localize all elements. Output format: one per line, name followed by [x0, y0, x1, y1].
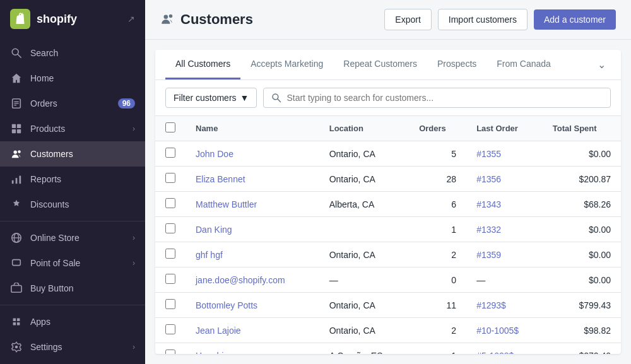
customer-name-link[interactable]: Hm nhjm: [196, 351, 231, 355]
sidebar-item-label-settings: Settings: [30, 342, 125, 352]
order-link[interactable]: #1356: [476, 174, 501, 184]
tab-from-canada[interactable]: From Canada: [487, 50, 561, 79]
customer-last-order: #1343: [466, 192, 543, 217]
tab-all-customers[interactable]: All Customers: [165, 50, 240, 79]
customer-name-link[interactable]: jane.doe@shopify.com: [196, 275, 285, 285]
sidebar-item-reports[interactable]: Reports: [0, 167, 145, 192]
sidebar-item-label-buy-button: Buy Button: [30, 283, 135, 293]
customer-location: Ontario, CA: [319, 141, 409, 167]
customer-name-link[interactable]: Matthew Buttler: [196, 199, 257, 209]
sidebar-item-pos[interactable]: Point of Sale ›: [0, 250, 145, 276]
page-header: Customers Export Import customers Add a …: [145, 0, 631, 40]
export-button[interactable]: Export: [384, 9, 431, 30]
products-chevron-icon: ›: [133, 124, 135, 133]
select-all-checkbox[interactable]: [165, 122, 175, 132]
order-link[interactable]: #1355: [476, 149, 501, 159]
row-checkbox-cell: [155, 293, 186, 318]
tab-prospects[interactable]: Prospects: [427, 50, 487, 79]
customer-orders: 2: [409, 318, 466, 343]
tab-repeat-customers[interactable]: Repeat Customers: [333, 50, 427, 79]
order-link[interactable]: #1359: [476, 250, 501, 260]
row-checkbox[interactable]: [165, 173, 175, 183]
filter-button-label: Filter customers: [174, 93, 237, 103]
customer-name-cell: John Doe: [186, 141, 319, 167]
sidebar-item-search[interactable]: Search: [0, 40, 145, 66]
customer-name-link[interactable]: Jean Lajoie: [196, 326, 241, 336]
row-checkbox[interactable]: [165, 324, 175, 334]
customer-last-order: #10-1005$: [466, 318, 543, 343]
sidebar-item-label-products: Products: [30, 124, 125, 134]
search-wrapper: [263, 88, 611, 108]
products-icon: [10, 122, 23, 135]
order-link[interactable]: #1293$: [476, 300, 506, 310]
sidebar: shopify ↗ Search Home Orders 96: [0, 0, 145, 364]
table-row: Eliza Bennet Ontario, CA 28 #1356 $200.8…: [155, 167, 621, 192]
customer-name-link[interactable]: Dan King: [196, 225, 232, 235]
sidebar-item-orders[interactable]: Orders 96: [0, 91, 145, 116]
external-link-icon[interactable]: ↗: [127, 14, 135, 24]
sidebar-item-settings[interactable]: Settings ›: [0, 334, 145, 360]
apps-icon: [10, 315, 23, 328]
sidebar-item-home[interactable]: Home: [0, 66, 145, 91]
shopify-bag-icon: [10, 9, 30, 29]
filter-row: Filter customers ▼: [155, 80, 621, 116]
reports-icon: [10, 173, 23, 185]
sidebar-divider: [0, 221, 145, 221]
search-input[interactable]: [286, 93, 603, 103]
customer-name-cell: Matthew Buttler: [186, 192, 319, 217]
row-checkbox[interactable]: [165, 198, 175, 208]
customer-orders: 5: [409, 141, 466, 167]
customer-name-link[interactable]: John Doe: [196, 149, 233, 159]
customer-name-cell: Jean Lajoie: [186, 318, 319, 343]
row-checkbox[interactable]: [165, 274, 175, 284]
sidebar-item-label-customers: Customers: [30, 149, 135, 159]
row-checkbox[interactable]: [165, 148, 175, 158]
tab-accepts-marketing[interactable]: Accepts Marketing: [240, 50, 333, 79]
row-checkbox[interactable]: [165, 249, 175, 259]
row-checkbox[interactable]: [165, 299, 175, 309]
import-button[interactable]: Import customers: [438, 9, 528, 30]
table-row: ghf hgf Ontario, CA 2 #1359 $0.00: [155, 242, 621, 267]
customer-total-spent: $98.82: [543, 318, 621, 343]
customer-orders: 1: [409, 343, 466, 355]
pos-icon: [10, 257, 23, 269]
customers-icon: [10, 148, 23, 160]
order-link[interactable]: #1343: [476, 199, 501, 209]
customer-location: A Coruña, ES: [319, 343, 409, 355]
svg-point-21: [164, 15, 168, 19]
customer-name-link[interactable]: Bottomley Potts: [196, 300, 257, 310]
sidebar-item-online-store[interactable]: Online Store ›: [0, 225, 145, 250]
tabs-more-chevron[interactable]: ⌄: [593, 50, 611, 79]
row-checkbox[interactable]: [165, 223, 175, 233]
customer-location: Alberta, CA: [319, 192, 409, 217]
online-store-chevron-icon: ›: [133, 233, 135, 242]
order-link[interactable]: #10-1005$: [476, 326, 519, 336]
settings-icon: [10, 341, 23, 353]
svg-rect-14: [20, 176, 21, 184]
add-customer-button[interactable]: Add a customer: [534, 9, 616, 30]
svg-rect-19: [11, 286, 21, 293]
sidebar-item-discounts[interactable]: Discounts: [0, 192, 145, 217]
customer-total-spent: $0.00: [543, 242, 621, 267]
order-link[interactable]: #5-1028$: [476, 351, 514, 355]
customer-last-order: #5-1028$: [466, 343, 543, 355]
filter-button[interactable]: Filter customers ▼: [165, 88, 257, 108]
customers-card: All Customers Accepts Marketing Repeat C…: [155, 50, 621, 354]
sidebar-item-customers[interactable]: Customers: [0, 141, 145, 167]
sidebar-item-buy-button[interactable]: Buy Button: [0, 276, 145, 301]
order-link[interactable]: #1332: [476, 225, 501, 235]
customer-total-spent: $68.26: [543, 192, 621, 217]
customer-name-cell: Eliza Bennet: [186, 167, 319, 192]
sidebar-item-apps[interactable]: Apps: [0, 309, 145, 334]
orders-badge: 96: [118, 98, 135, 109]
customers-page-icon: [160, 12, 174, 28]
customer-name-link[interactable]: ghf hgf: [196, 250, 223, 260]
th-orders: Orders: [409, 116, 466, 141]
customer-name-link[interactable]: Eliza Bennet: [196, 174, 245, 184]
sidebar-item-products[interactable]: Products ›: [0, 116, 145, 141]
customer-location: Ontario, CA: [319, 167, 409, 192]
customer-location: [319, 217, 409, 242]
customer-total-spent: $0.00: [543, 267, 621, 293]
row-checkbox[interactable]: [165, 349, 175, 354]
svg-rect-6: [12, 124, 16, 128]
